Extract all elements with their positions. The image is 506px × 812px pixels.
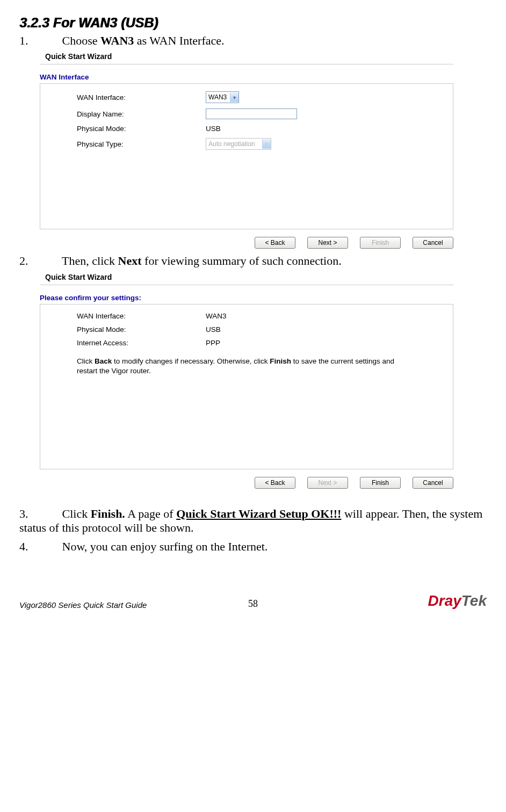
physical-mode-value: USB [206, 125, 221, 133]
section-heading: 3.2.3 For WAN3 (USB) [19, 15, 487, 31]
brand-text-grey: Tek [461, 592, 487, 609]
step-bold: Next [118, 254, 142, 267]
wizard-screenshot-2: Quick Start Wizard Please confirm your s… [40, 273, 453, 489]
field-label: WAN Interface: [77, 93, 206, 102]
footer-guide-title: Vigor2860 Series Quick Start Guide [19, 600, 147, 610]
step-1: 1. Choose WAN3 as WAN Interface. [19, 34, 487, 48]
field-value: WAN3 [206, 312, 227, 320]
step-text: Now, you can enjoy surfing on the Intern… [62, 540, 268, 553]
step-4: 4. Now, you can enjoy surfing on the Int… [19, 540, 487, 554]
wizard-instruction-text: to modify changes if necessary. Otherwis… [112, 357, 270, 365]
next-button: Next > [307, 477, 348, 489]
chevron-down-icon: ▾ [262, 139, 271, 149]
next-button[interactable]: Next > [307, 237, 348, 249]
step-number: 2. [19, 254, 59, 268]
summary-row-wan-interface: WAN Interface: WAN3 [77, 312, 439, 320]
field-label: Display Name: [77, 110, 206, 118]
back-button[interactable]: < Back [255, 237, 295, 249]
field-label: WAN Interface: [77, 312, 206, 320]
finish-button: Finish [360, 237, 401, 249]
step-text: A page of [125, 507, 176, 520]
field-label: Physical Type: [77, 140, 206, 148]
wizard-instruction-text: Click [77, 357, 95, 365]
summary-row-physical-mode: Physical Mode: USB [77, 325, 439, 334]
wizard-title: Quick Start Wizard [40, 273, 453, 285]
wizard-title: Quick Start Wizard [40, 52, 453, 64]
form-row-wan-interface: WAN Interface: WAN3 ▾ [77, 91, 439, 103]
wizard-instruction-bold: Back [95, 357, 112, 365]
step-bold: WAN3 [100, 34, 134, 47]
step-text: for viewing summary of such connection. [142, 254, 342, 267]
step-number: 1. [19, 34, 59, 48]
wizard-button-row: < Back Next > Finish Cancel [40, 237, 453, 249]
chevron-down-icon: ▾ [230, 92, 238, 102]
step-bold: Finish. [91, 507, 125, 520]
display-name-input[interactable] [206, 108, 297, 119]
wizard-panel: WAN Interface: WAN3 ▾ Display Name: Phys… [40, 83, 453, 229]
brand-text-red: Dray [428, 592, 461, 609]
cancel-button[interactable]: Cancel [413, 237, 453, 249]
back-button[interactable]: < Back [255, 477, 295, 489]
summary-row-internet-access: Internet Access: PPP [77, 339, 439, 347]
step-number: 3. [19, 507, 59, 521]
step-text: Click [62, 507, 91, 520]
finish-button[interactable]: Finish [360, 477, 401, 489]
field-value: USB [206, 325, 221, 334]
field-value: PPP [206, 339, 220, 347]
field-label: Physical Mode: [77, 325, 206, 334]
field-label: Physical Mode: [77, 125, 206, 133]
wizard-subtitle: WAN Interface [40, 73, 453, 81]
page-number: 58 [248, 598, 258, 610]
step-text: as WAN Interface. [134, 34, 224, 47]
physical-type-select: Auto negotiation ▾ [206, 138, 271, 150]
step-number: 4. [19, 540, 59, 554]
step-bold-underline: Quick Start Wizard Setup OK!!! [176, 507, 341, 520]
select-value: WAN3 [206, 93, 230, 101]
wizard-screenshot-1: Quick Start Wizard WAN Interface WAN Int… [40, 52, 453, 249]
wan-interface-select[interactable]: WAN3 ▾ [206, 91, 239, 103]
page-footer: Vigor2860 Series Quick Start Guide 58 Dr… [19, 592, 487, 610]
form-row-physical-mode: Physical Mode: USB [77, 125, 439, 133]
form-row-physical-type: Physical Type: Auto negotiation ▾ [77, 138, 439, 150]
select-value: Auto negotiation [206, 140, 262, 148]
step-2: 2. Then, click Next for viewing summary … [19, 254, 487, 268]
step-text: Choose [62, 34, 101, 47]
wizard-button-row: < Back Next > Finish Cancel [40, 477, 453, 489]
form-row-display-name: Display Name: [77, 108, 439, 119]
wizard-panel: WAN Interface: WAN3 Physical Mode: USB I… [40, 304, 453, 469]
cancel-button[interactable]: Cancel [413, 477, 453, 489]
divider [40, 64, 453, 64]
wizard-instruction-bold: Finish [270, 357, 291, 365]
divider [40, 285, 453, 285]
step-text: Then, click [62, 254, 118, 267]
wizard-instruction: Click Back to modify changes if necessar… [77, 357, 410, 376]
wizard-subtitle: Please confirm your settings: [40, 294, 453, 302]
brand-logo: DrayTek [428, 592, 487, 610]
field-label: Internet Access: [77, 339, 206, 347]
step-3: 3. Click Finish. A page of Quick Start W… [19, 507, 487, 535]
